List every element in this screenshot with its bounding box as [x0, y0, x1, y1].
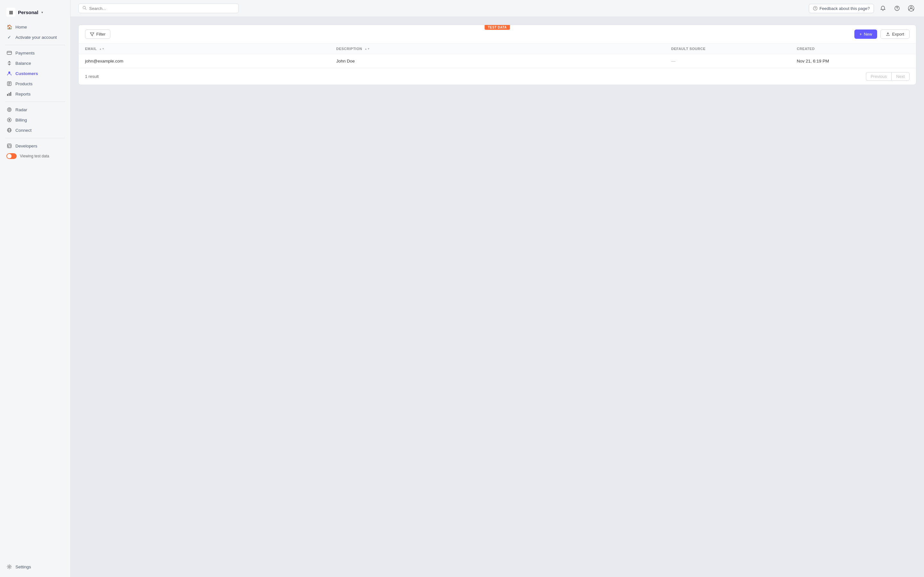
col-header-created: CREATED: [790, 44, 916, 54]
sidebar-item-activate[interactable]: ✓ Activate your account: [0, 32, 70, 42]
app-layout: ▦ Personal ▾ 🏠 Home ✓ Activate your acco…: [0, 0, 924, 577]
test-data-badge: TEST DATA: [485, 25, 510, 30]
sidebar-item-label: Products: [15, 81, 32, 86]
svg-rect-0: [7, 51, 11, 55]
sidebar-item-customers[interactable]: Customers: [0, 68, 70, 79]
sidebar-item-label: Reports: [15, 92, 31, 97]
cell-email: john@example.com: [79, 54, 330, 68]
customers-icon: [6, 71, 12, 76]
svg-point-23: [908, 5, 914, 11]
billing-icon: [6, 117, 12, 123]
col-header-default-source: DEFAULT SOURCE: [665, 44, 790, 54]
topbar-actions: Feedback about this page?: [809, 3, 916, 13]
svg-point-16: [9, 566, 10, 568]
reports-icon: [6, 91, 12, 97]
nav-divider-2: [5, 102, 65, 102]
svg-rect-6: [10, 92, 11, 96]
radar-icon: [6, 107, 12, 113]
export-button[interactable]: Export: [880, 29, 909, 39]
sidebar-item-label: Billing: [15, 118, 27, 122]
settings-icon: [6, 564, 12, 570]
sidebar-navigation: 🏠 Home ✓ Activate your account Payments: [0, 22, 70, 562]
nav-divider-3: [5, 138, 65, 138]
previous-button[interactable]: Previous: [866, 72, 892, 81]
svg-rect-5: [9, 93, 10, 96]
sidebar-item-home[interactable]: 🏠 Home: [0, 22, 70, 32]
sidebar-item-label: Connect: [15, 128, 31, 133]
export-label: Export: [892, 32, 904, 37]
payments-icon: [6, 50, 12, 56]
test-data-toggle-row: Viewing test data: [0, 151, 70, 161]
toolbar-right: + New Export: [855, 29, 909, 39]
sidebar-item-label: Activate your account: [15, 35, 57, 40]
sort-arrows-desc: ▲▼: [365, 48, 370, 50]
search-container: [78, 3, 239, 13]
check-icon: ✓: [6, 34, 12, 40]
table-row[interactable]: john@example.com John Doe — Nov 21, 6:19…: [79, 54, 916, 68]
result-count: 1 result: [85, 74, 99, 79]
cell-default-source: —: [665, 54, 790, 68]
sidebar-item-settings[interactable]: Settings: [0, 562, 70, 572]
sidebar-item-label: Payments: [15, 51, 35, 55]
test-data-label: Viewing test data: [20, 154, 49, 158]
help-button[interactable]: [892, 3, 902, 13]
sidebar-item-label: Radar: [15, 107, 27, 112]
sidebar-item-label: Settings: [15, 564, 31, 569]
account-button[interactable]: [906, 3, 916, 13]
main-area: Feedback about this page?: [71, 0, 924, 577]
brand-name: Personal: [18, 10, 38, 15]
notifications-button[interactable]: [878, 3, 888, 13]
feedback-button[interactable]: Feedback about this page?: [809, 4, 874, 13]
products-icon: [6, 81, 12, 87]
col-header-description[interactable]: DESCRIPTION ▲▼: [330, 44, 665, 54]
svg-point-24: [910, 7, 912, 9]
sidebar-item-label: Developers: [15, 143, 37, 148]
sidebar-item-payments[interactable]: Payments: [0, 48, 70, 58]
sidebar-item-connect[interactable]: Connect: [0, 125, 70, 135]
sidebar-item-balance[interactable]: Balance: [0, 58, 70, 68]
cell-created: Nov 21, 6:19 PM: [790, 54, 916, 68]
test-data-toggle[interactable]: [6, 153, 17, 159]
connect-icon: [6, 127, 12, 133]
sidebar-item-label: Balance: [15, 61, 31, 66]
content-area: TEST DATA Filter + New: [71, 17, 924, 577]
svg-line-18: [86, 9, 86, 10]
customers-table: EMAIL ▲▼ DESCRIPTION ▲▼ DEFAULT SOURCE: [79, 44, 916, 68]
table-footer: 1 result Previous Next: [79, 68, 916, 85]
sidebar-item-developers[interactable]: Developers: [0, 141, 70, 151]
col-header-email[interactable]: EMAIL ▲▼: [79, 44, 330, 54]
sort-arrows-email: ▲▼: [99, 48, 105, 50]
pagination-buttons: Previous Next: [866, 72, 909, 81]
filter-label: Filter: [96, 32, 105, 37]
sidebar: ▦ Personal ▾ 🏠 Home ✓ Activate your acco…: [0, 0, 71, 577]
feedback-label: Feedback about this page?: [819, 6, 870, 11]
svg-point-2: [8, 71, 10, 73]
balance-icon: [6, 60, 12, 66]
customers-card: TEST DATA Filter + New: [78, 25, 916, 85]
new-label: New: [864, 32, 872, 37]
plus-icon: +: [859, 32, 862, 37]
sidebar-item-label: Home: [15, 25, 27, 29]
search-wrap: [78, 3, 239, 13]
table-header-row: EMAIL ▲▼ DESCRIPTION ▲▼ DEFAULT SOURCE: [79, 44, 916, 54]
new-button[interactable]: + New: [855, 29, 877, 39]
next-button[interactable]: Next: [891, 72, 909, 81]
sidebar-item-billing[interactable]: Billing: [0, 115, 70, 125]
svg-rect-4: [7, 94, 8, 96]
cell-description: John Doe: [330, 54, 665, 68]
filter-button[interactable]: Filter: [85, 29, 110, 39]
sidebar-item-label: Customers: [15, 71, 38, 76]
search-icon: [82, 6, 87, 11]
home-icon: 🏠: [6, 24, 12, 30]
sidebar-item-reports[interactable]: Reports: [0, 89, 70, 99]
topbar: Feedback about this page?: [71, 0, 924, 17]
search-input[interactable]: [89, 6, 234, 11]
brand-selector[interactable]: ▦ Personal ▾: [0, 5, 70, 22]
brand-chevron-icon: ▾: [41, 11, 43, 14]
sidebar-item-radar[interactable]: Radar: [0, 105, 70, 115]
developers-icon: [6, 143, 12, 149]
sidebar-item-products[interactable]: Products: [0, 79, 70, 89]
svg-point-11: [9, 119, 10, 121]
svg-point-9: [9, 109, 10, 110]
brand-icon: ▦: [6, 8, 15, 17]
